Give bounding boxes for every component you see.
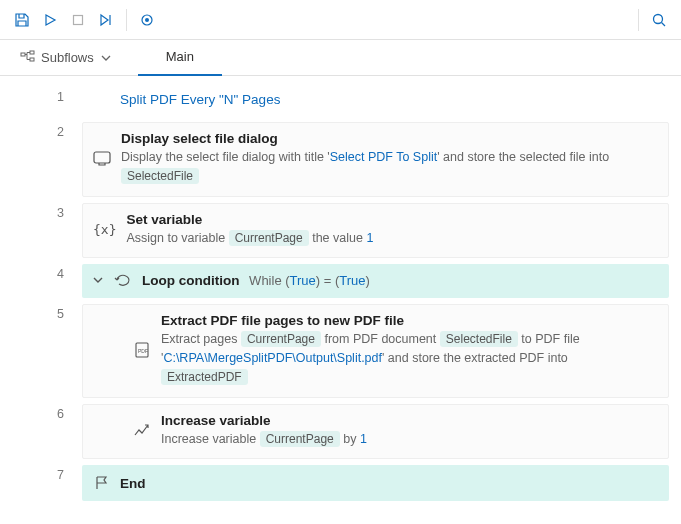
svg-rect-7 (30, 58, 34, 61)
svg-text:PDF: PDF (138, 348, 148, 354)
flow-body: 1 Split PDF Every "N" Pages 2 Display se… (0, 76, 681, 504)
increase-icon (133, 422, 151, 438)
end-icon (94, 475, 110, 491)
line-number: 7 (0, 462, 82, 504)
variable-chip-currentpage: CurrentPage (241, 331, 321, 347)
step-end[interactable]: End (82, 465, 669, 501)
svg-point-3 (654, 14, 663, 23)
step-title: Set variable (126, 212, 658, 227)
step-subtitle: Assign to variable CurrentPage the value… (126, 229, 658, 248)
svg-rect-6 (30, 51, 34, 54)
subflow-icon (20, 50, 35, 65)
step-title: Display select file dialog (121, 131, 658, 146)
line-number: 6 (0, 401, 82, 463)
step-title: End (120, 476, 146, 491)
step-title: Extract PDF file pages to new PDF file (161, 313, 658, 328)
run-icon[interactable] (36, 6, 64, 34)
step-subtitle: Display the select file dialog with titl… (121, 148, 658, 186)
line-number: 5 (0, 301, 82, 400)
toolbar-separator-right (638, 9, 639, 31)
subflows-label: Subflows (41, 50, 94, 65)
flow-title[interactable]: Split PDF Every "N" Pages (82, 84, 280, 119)
step-loop-condition[interactable]: Loop condition While (True) = (True) (82, 264, 669, 298)
toolbar-separator (126, 9, 127, 31)
step-extract-pdf[interactable]: PDF Extract PDF file pages to new PDF fi… (82, 304, 669, 397)
step-increase-variable[interactable]: Increase variable Increase variable Curr… (82, 404, 669, 460)
record-icon[interactable] (133, 6, 161, 34)
step-title: Loop condition (142, 273, 239, 288)
svg-rect-8 (94, 152, 110, 163)
svg-line-4 (662, 22, 666, 26)
step-subtitle: Extract pages CurrentPage from PDF docum… (161, 330, 658, 386)
step-set-variable[interactable]: {x} Set variable Assign to variable Curr… (82, 203, 669, 259)
subflows-dropdown[interactable]: Subflows (12, 50, 120, 65)
line-number: 4 (0, 261, 82, 301)
svg-point-2 (145, 18, 149, 22)
svg-rect-5 (21, 53, 25, 56)
step-subtitle: Increase variable CurrentPage by 1 (161, 430, 658, 449)
svg-rect-0 (74, 15, 83, 24)
step-title: Increase variable (161, 413, 658, 428)
variable-chip-currentpage: CurrentPage (229, 230, 309, 246)
chevron-down-icon (92, 274, 104, 286)
toolbar (0, 0, 681, 40)
tab-bar: Subflows Main (0, 40, 681, 76)
chevron-down-icon (100, 52, 112, 64)
variable-chip-extractedpdf: ExtractedPDF (161, 369, 248, 385)
variable-chip-selectedfile: SelectedFile (121, 168, 199, 184)
pdf-icon: PDF (133, 341, 151, 359)
variable-chip-currentpage: CurrentPage (260, 431, 340, 447)
step-display-dialog[interactable]: Display select file dialog Display the s… (82, 122, 669, 197)
line-number: 1 (0, 84, 82, 119)
save-icon[interactable] (8, 6, 36, 34)
tab-main[interactable]: Main (138, 40, 222, 76)
run-next-icon[interactable] (92, 6, 120, 34)
dialog-icon (93, 151, 111, 166)
loop-icon (114, 272, 132, 288)
line-number: 3 (0, 200, 82, 262)
variable-icon: {x} (93, 222, 116, 237)
line-number: 2 (0, 119, 82, 200)
step-subtitle: While (True) = (True) (249, 273, 370, 288)
search-icon[interactable] (645, 6, 673, 34)
variable-chip-selectedfile: SelectedFile (440, 331, 518, 347)
stop-icon[interactable] (64, 6, 92, 34)
